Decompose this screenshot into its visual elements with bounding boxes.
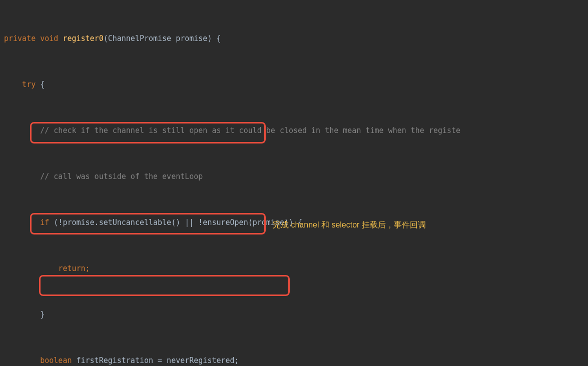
comment: // check if the channel is still open as… [4,126,460,135]
code-line: return; [4,261,588,276]
keyword-try: try [4,80,40,89]
code-line: boolean firstRegistration = neverRegiste… [4,353,588,366]
code-editor: private void register0(ChannelPromise pr… [0,0,588,366]
keyword-boolean: boolean [4,356,77,365]
keyword-private: private [4,34,40,43]
code-line: // call was outside of the eventLoop [4,169,588,184]
keyword-void: void [40,34,63,43]
brace: } [4,310,45,319]
code-line: try { [4,77,588,92]
brace: { [40,80,45,89]
comment: // call was outside of the eventLoop [4,172,203,181]
code-line: // check if the channel is still open as… [4,123,588,138]
assignment: firstRegistration = neverRegistered; [77,356,239,365]
params: (ChannelPromise promise) { [104,34,221,43]
method-name: register0 [63,34,103,43]
condition: (!promise.setUncancellable() || !ensureO… [54,218,302,227]
code-line: private void register0(ChannelPromise pr… [4,31,588,46]
highlight-box-3 [39,275,290,296]
code-line: } [4,307,588,322]
keyword-return: return [4,264,86,273]
annotation-text: 完成 channel 和 selector 挂载后，事件回调 [273,217,426,234]
semicolon: ; [86,264,90,273]
keyword-if: if [4,218,54,227]
